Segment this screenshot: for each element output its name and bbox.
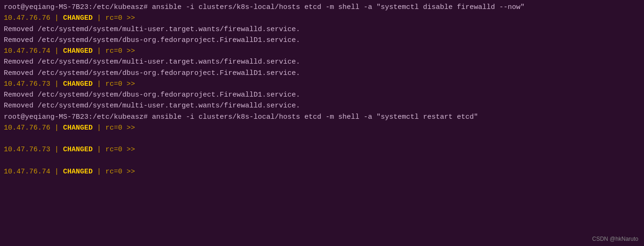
changed-keyword-6: CHANGED [63,168,93,176]
changed-keyword-2: CHANGED [63,47,93,55]
removed-line-2: Removed /etc/systemd/system/dbus-org.fed… [4,35,640,46]
separator-4: | [50,124,63,132]
changed-keyword-1: CHANGED [63,14,93,22]
suffix-2: | rc=0 >> [93,47,135,55]
prompt-line-2: root@yeqiang-MS-7B23:/etc/kubeasz# ansib… [4,112,640,123]
changed-line-4: 10.47.76.76 | CHANGED | rc=0 >> [4,123,640,133]
changed-line-3: 10.47.76.73 | CHANGED | rc=0 >> [4,79,640,90]
terminal: root@yeqiang-MS-7B23:/etc/kubeasz# ansib… [0,0,644,246]
separator-1: | [50,14,63,22]
empty-line-1 [4,133,640,144]
removed-line-1: Removed /etc/systemd/system/multi-user.t… [4,24,640,35]
separator-2: | [50,47,63,55]
changed-line-6: 10.47.76.74 | CHANGED | rc=0 >> [4,166,640,177]
changed-line-5: 10.47.76.73 | CHANGED | rc=0 >> [4,144,640,155]
ip-6: 10.47.76.74 [4,168,50,176]
ip-4: 10.47.76.76 [4,124,50,132]
suffix-6: | rc=0 >> [93,168,135,176]
ip-1: 10.47.76.76 [4,14,50,22]
ip-2: 10.47.76.74 [4,47,50,55]
suffix-3: | rc=0 >> [93,80,135,88]
suffix-5: | rc=0 >> [93,146,135,154]
changed-keyword-5: CHANGED [63,146,93,154]
suffix-4: | rc=0 >> [93,124,135,132]
prompt-line-1: root@yeqiang-MS-7B23:/etc/kubeasz# ansib… [4,2,640,13]
changed-line-2: 10.47.76.74 | CHANGED | rc=0 >> [4,46,640,57]
changed-line-1: 10.47.76.76 | CHANGED | rc=0 >> [4,13,640,24]
ip-3: 10.47.76.73 [4,80,50,88]
changed-keyword-3: CHANGED [63,80,93,88]
removed-line-4: Removed /etc/systemd/system/dbus-org.fed… [4,68,640,79]
changed-keyword-4: CHANGED [63,124,93,132]
watermark: CSDN @hkNaruto [592,236,638,242]
suffix-1: | rc=0 >> [93,14,135,22]
removed-line-6: Removed /etc/systemd/system/multi-user.t… [4,100,640,111]
ip-5: 10.47.76.73 [4,146,50,154]
separator-5: | [50,146,63,154]
separator-3: | [50,80,63,88]
separator-6: | [50,168,63,176]
removed-line-3: Removed /etc/systemd/system/multi-user.t… [4,57,640,67]
empty-line-2 [4,156,640,166]
removed-line-5: Removed /etc/systemd/system/dbus-org.fed… [4,90,640,100]
